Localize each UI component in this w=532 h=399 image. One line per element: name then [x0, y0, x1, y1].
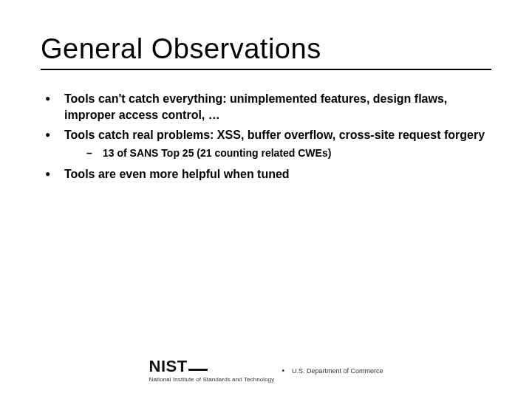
sub-bullet-text: 13 of SANS Top 25 (21 counting related C…: [103, 147, 331, 159]
bullet-text: Tools are even more helpful when tuned: [64, 168, 290, 180]
nist-logo-bar-icon: [188, 369, 208, 371]
bullet-text: Tools can't catch everything: unimplemen…: [64, 92, 447, 121]
bullet-text: Tools catch real problems: XSS, buffer o…: [64, 129, 485, 141]
bullet-item: Tools are even more helpful when tuned: [45, 166, 487, 183]
bullet-item: Tools catch real problems: XSS, buffer o…: [45, 127, 487, 160]
nist-logo-subtext: National Institute of Standards and Tech…: [149, 376, 275, 383]
bullet-list: Tools can't catch everything: unimplemen…: [41, 91, 491, 183]
bullet-item: Tools can't catch everything: unimplemen…: [45, 91, 487, 123]
nist-logo-mark: NIST: [149, 358, 208, 375]
slide-title: General Observations: [41, 33, 491, 65]
footer: NIST National Institute of Standards and…: [0, 358, 532, 383]
sub-bullet-item: 13 of SANS Top 25 (21 counting related C…: [86, 146, 487, 161]
footer-separator: •: [282, 366, 284, 375]
nist-logo: NIST National Institute of Standards and…: [149, 358, 275, 383]
slide: General Observations Tools can't catch e…: [0, 0, 532, 399]
nist-logo-text: NIST: [149, 357, 188, 375]
title-rule: [41, 69, 491, 70]
footer-department: U.S. Department of Commerce: [292, 367, 383, 375]
sub-bullet-list: 13 of SANS Top 25 (21 counting related C…: [64, 146, 487, 161]
